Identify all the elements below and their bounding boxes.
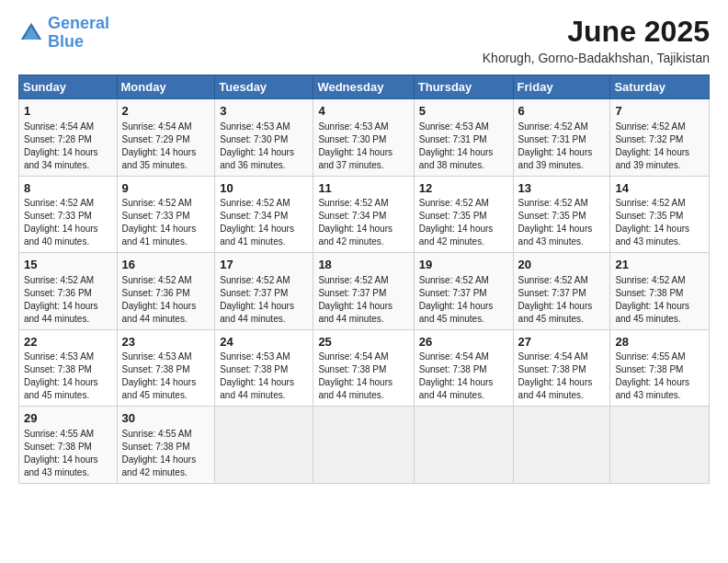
calendar-cell: 25Sunrise: 4:54 AM Sunset: 7:38 PM Dayli… [313, 329, 414, 407]
calendar-cell [513, 407, 610, 484]
calendar-body: 1Sunrise: 4:54 AM Sunset: 7:28 PM Daylig… [19, 99, 710, 484]
calendar-cell: 19Sunrise: 4:52 AM Sunset: 7:37 PM Dayli… [414, 253, 513, 330]
day-number: 11 [318, 180, 408, 197]
calendar-cell [313, 407, 414, 484]
calendar-cell: 12Sunrise: 4:52 AM Sunset: 7:35 PM Dayli… [414, 176, 513, 253]
day-info: Sunrise: 4:54 AM Sunset: 7:38 PM Dayligh… [419, 350, 508, 402]
day-number: 2 [122, 103, 210, 120]
day-number: 8 [24, 180, 112, 197]
weekday-header-cell: Monday [117, 75, 215, 99]
calendar-cell: 10Sunrise: 4:52 AM Sunset: 7:34 PM Dayli… [215, 176, 313, 253]
day-info: Sunrise: 4:53 AM Sunset: 7:38 PM Dayligh… [24, 350, 112, 402]
calendar-table: SundayMondayTuesdayWednesdayThursdayFrid… [18, 75, 710, 484]
day-number: 6 [518, 103, 606, 120]
day-info: Sunrise: 4:52 AM Sunset: 7:35 PM Dayligh… [419, 197, 508, 248]
day-info: Sunrise: 4:52 AM Sunset: 7:33 PM Dayligh… [122, 197, 210, 248]
calendar-cell: 26Sunrise: 4:54 AM Sunset: 7:38 PM Dayli… [414, 329, 513, 407]
calendar-cell: 13Sunrise: 4:52 AM Sunset: 7:35 PM Dayli… [513, 176, 610, 253]
calendar-cell: 7Sunrise: 4:52 AM Sunset: 7:32 PM Daylig… [610, 99, 710, 177]
day-info: Sunrise: 4:52 AM Sunset: 7:36 PM Dayligh… [24, 274, 112, 326]
calendar-cell: 15Sunrise: 4:52 AM Sunset: 7:36 PM Dayli… [19, 253, 118, 330]
calendar-cell: 6Sunrise: 4:52 AM Sunset: 7:31 PM Daylig… [513, 99, 610, 177]
calendar-cell [414, 407, 513, 484]
day-number: 26 [419, 334, 508, 350]
day-info: Sunrise: 4:52 AM Sunset: 7:37 PM Dayligh… [419, 274, 508, 326]
header: General Blue June 2025 Khorugh, Gorno-Ba… [18, 15, 710, 65]
calendar-cell: 2Sunrise: 4:54 AM Sunset: 7:29 PM Daylig… [117, 99, 215, 177]
day-number: 28 [615, 334, 704, 350]
calendar-cell: 28Sunrise: 4:55 AM Sunset: 7:38 PM Dayli… [610, 329, 710, 407]
day-info: Sunrise: 4:54 AM Sunset: 7:38 PM Dayligh… [518, 350, 606, 402]
weekday-header-cell: Friday [513, 75, 610, 99]
logo-line1: General [48, 14, 109, 32]
logo-line2: Blue [48, 32, 84, 51]
day-info: Sunrise: 4:55 AM Sunset: 7:38 PM Dayligh… [122, 428, 210, 479]
weekday-header-cell: Saturday [610, 75, 710, 99]
day-number: 15 [24, 257, 112, 273]
calendar-cell: 24Sunrise: 4:53 AM Sunset: 7:38 PM Dayli… [215, 329, 313, 407]
day-number: 21 [615, 257, 704, 273]
day-info: Sunrise: 4:52 AM Sunset: 7:37 PM Dayligh… [220, 274, 308, 326]
day-info: Sunrise: 4:52 AM Sunset: 7:37 PM Dayligh… [318, 274, 408, 326]
day-number: 24 [220, 334, 308, 350]
calendar-cell: 27Sunrise: 4:54 AM Sunset: 7:38 PM Dayli… [513, 329, 610, 407]
day-number: 29 [24, 410, 112, 427]
day-number: 27 [518, 334, 606, 350]
day-info: Sunrise: 4:53 AM Sunset: 7:30 PM Dayligh… [220, 121, 308, 172]
calendar-cell [610, 407, 710, 484]
day-number: 5 [419, 103, 508, 120]
calendar-cell: 9Sunrise: 4:52 AM Sunset: 7:33 PM Daylig… [117, 176, 215, 253]
location-title: Khorugh, Gorno-Badakhshan, Tajikistan [483, 51, 710, 65]
page: General Blue June 2025 Khorugh, Gorno-Ba… [0, 0, 728, 563]
day-info: Sunrise: 4:53 AM Sunset: 7:38 PM Dayligh… [122, 350, 210, 402]
day-info: Sunrise: 4:52 AM Sunset: 7:38 PM Dayligh… [615, 274, 704, 326]
calendar-cell: 20Sunrise: 4:52 AM Sunset: 7:37 PM Dayli… [513, 253, 610, 330]
day-number: 20 [518, 257, 606, 273]
weekday-header-cell: Thursday [414, 75, 513, 99]
calendar-week-row: 22Sunrise: 4:53 AM Sunset: 7:38 PM Dayli… [19, 329, 710, 407]
day-number: 14 [615, 180, 704, 197]
title-block: June 2025 Khorugh, Gorno-Badakhshan, Taj… [483, 15, 710, 65]
calendar-cell: 14Sunrise: 4:52 AM Sunset: 7:35 PM Dayli… [610, 176, 710, 253]
day-number: 9 [122, 180, 210, 197]
calendar-cell: 1Sunrise: 4:54 AM Sunset: 7:28 PM Daylig… [19, 99, 118, 177]
day-info: Sunrise: 4:52 AM Sunset: 7:33 PM Dayligh… [24, 197, 112, 248]
calendar-cell: 5Sunrise: 4:53 AM Sunset: 7:31 PM Daylig… [414, 99, 513, 177]
day-number: 4 [318, 103, 408, 120]
calendar-week-row: 8Sunrise: 4:52 AM Sunset: 7:33 PM Daylig… [19, 176, 710, 253]
day-info: Sunrise: 4:54 AM Sunset: 7:28 PM Dayligh… [24, 121, 112, 172]
day-number: 13 [518, 180, 606, 197]
calendar-cell: 16Sunrise: 4:52 AM Sunset: 7:36 PM Dayli… [117, 253, 215, 330]
day-info: Sunrise: 4:52 AM Sunset: 7:35 PM Dayligh… [615, 197, 704, 248]
calendar-cell: 21Sunrise: 4:52 AM Sunset: 7:38 PM Dayli… [610, 253, 710, 330]
day-info: Sunrise: 4:53 AM Sunset: 7:38 PM Dayligh… [220, 350, 308, 402]
day-info: Sunrise: 4:52 AM Sunset: 7:31 PM Dayligh… [518, 121, 606, 172]
day-info: Sunrise: 4:55 AM Sunset: 7:38 PM Dayligh… [615, 350, 704, 402]
calendar-week-row: 15Sunrise: 4:52 AM Sunset: 7:36 PM Dayli… [19, 253, 710, 330]
day-number: 3 [220, 103, 308, 120]
day-number: 22 [24, 334, 112, 350]
day-info: Sunrise: 4:55 AM Sunset: 7:38 PM Dayligh… [24, 428, 112, 479]
day-info: Sunrise: 4:52 AM Sunset: 7:32 PM Dayligh… [615, 121, 704, 172]
weekday-header-cell: Wednesday [313, 75, 414, 99]
day-info: Sunrise: 4:53 AM Sunset: 7:30 PM Dayligh… [318, 121, 408, 172]
calendar-cell: 17Sunrise: 4:52 AM Sunset: 7:37 PM Dayli… [215, 253, 313, 330]
weekday-header-row: SundayMondayTuesdayWednesdayThursdayFrid… [19, 75, 710, 99]
day-number: 19 [419, 257, 508, 273]
calendar-cell [215, 407, 313, 484]
calendar-week-row: 29Sunrise: 4:55 AM Sunset: 7:38 PM Dayli… [19, 407, 710, 484]
day-number: 25 [318, 334, 408, 350]
calendar-cell: 18Sunrise: 4:52 AM Sunset: 7:37 PM Dayli… [313, 253, 414, 330]
calendar-cell: 3Sunrise: 4:53 AM Sunset: 7:30 PM Daylig… [215, 99, 313, 177]
weekday-header-cell: Sunday [19, 75, 118, 99]
logo: General Blue [18, 15, 109, 52]
day-number: 10 [220, 180, 308, 197]
day-info: Sunrise: 4:53 AM Sunset: 7:31 PM Dayligh… [419, 121, 508, 172]
day-number: 7 [615, 103, 704, 120]
day-number: 18 [318, 257, 408, 273]
day-number: 1 [24, 103, 112, 120]
day-info: Sunrise: 4:52 AM Sunset: 7:36 PM Dayligh… [122, 274, 210, 326]
logo-text: General Blue [48, 15, 109, 52]
day-number: 16 [122, 257, 210, 273]
day-info: Sunrise: 4:52 AM Sunset: 7:37 PM Dayligh… [518, 274, 606, 326]
